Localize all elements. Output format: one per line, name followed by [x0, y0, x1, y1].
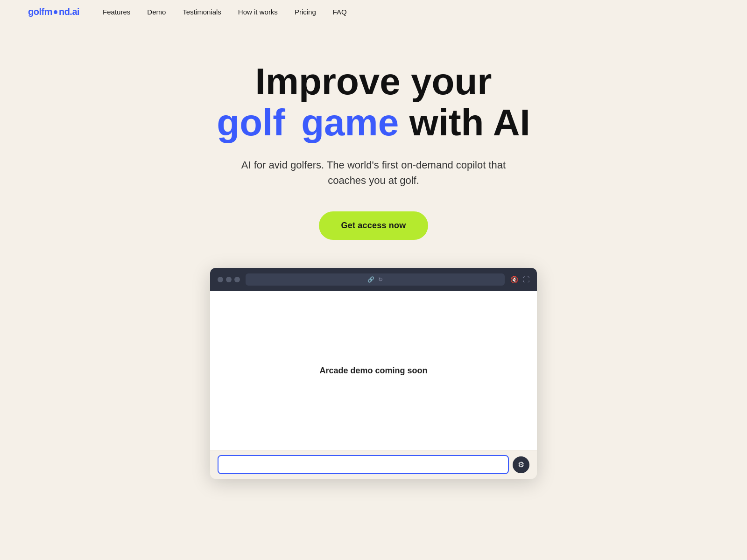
browser-controls: 🔇 ⛶ [510, 276, 529, 283]
nav-demo[interactable]: Demo [147, 8, 166, 16]
hero-title-line1: Improve your [255, 61, 492, 102]
mute-icon[interactable]: 🔇 [510, 276, 518, 283]
hero-title-game: game [301, 102, 399, 143]
browser-dot-red [218, 277, 223, 282]
browser-mockup-wrapper: 🔗 ↻ 🔇 ⛶ Arcade demo coming soon ⚙ [210, 268, 537, 488]
nav-testimonials[interactable]: Testimonials [183, 8, 221, 16]
browser-content: Arcade demo coming soon [210, 291, 537, 450]
hero-title-with-ai: with AI [409, 102, 530, 143]
browser-addressbar[interactable]: 🔗 ↻ [246, 273, 505, 286]
browser-send-button[interactable]: ⚙ [513, 456, 529, 473]
logo-dot [54, 10, 57, 14]
link-icon: 🔗 [367, 276, 374, 283]
refresh-icon: ↻ [378, 276, 383, 283]
send-icon: ⚙ [518, 460, 524, 469]
navbar: golfmnd.ai Features Demo Testimonials Ho… [0, 0, 747, 24]
nav-features[interactable]: Features [103, 8, 130, 16]
logo[interactable]: golfmnd.ai [28, 7, 79, 17]
nav-pricing[interactable]: Pricing [295, 8, 316, 16]
browser-dots [218, 277, 240, 282]
expand-icon[interactable]: ⛶ [523, 276, 529, 283]
browser-input-bar: ⚙ [210, 450, 537, 479]
cta-button[interactable]: Get access now [319, 211, 429, 240]
browser-dot-green [234, 277, 240, 282]
hero-subtitle: AI for avid golfers. The world's first o… [233, 157, 514, 188]
browser-text-input[interactable] [218, 455, 509, 474]
nav-how-it-works[interactable]: How it works [238, 8, 278, 16]
browser-dot-yellow [226, 277, 232, 282]
nav-faq[interactable]: FAQ [333, 8, 347, 16]
hero-title: Improve your golf game with AI [217, 61, 530, 143]
nav-links: Features Demo Testimonials How it works … [103, 8, 347, 16]
hero-section: Improve your golf game with AI AI for av… [0, 24, 747, 516]
hero-title-golf: golf [217, 102, 285, 143]
arcade-placeholder: Arcade demo coming soon [319, 366, 427, 376]
browser-mockup: 🔗 ↻ 🔇 ⛶ Arcade demo coming soon ⚙ [210, 268, 537, 479]
browser-topbar: 🔗 ↻ 🔇 ⛶ [210, 268, 537, 291]
